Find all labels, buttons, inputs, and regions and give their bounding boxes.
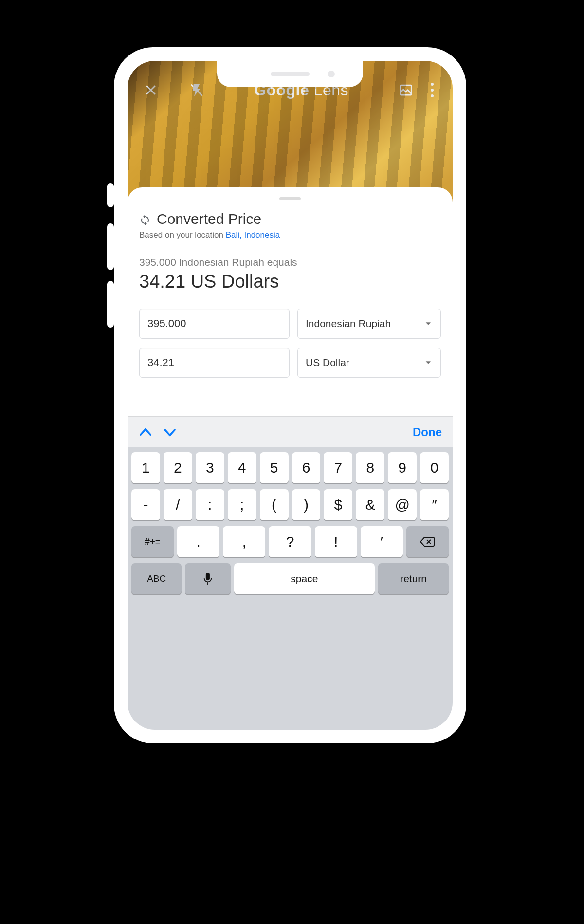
side-button-vol-down [107,281,114,328]
key-backspace[interactable] [406,526,449,557]
key-sym[interactable]: ″ [420,489,449,520]
key-0[interactable]: 0 [420,452,449,483]
svg-rect-1 [206,573,209,580]
key-8[interactable]: 8 [356,452,384,483]
subtitle-prefix: Based on your location [139,230,226,240]
keyboard-accessory: Done [128,416,453,447]
key-sym[interactable]: / [164,489,192,520]
key-sym[interactable]: - [131,489,160,520]
key-abc[interactable]: ABC [131,563,182,594]
key-sym[interactable]: & [356,489,384,520]
key-return[interactable]: return [378,563,449,594]
key-4[interactable]: 4 [228,452,256,483]
key-sym[interactable]: $ [324,489,352,520]
key-sym[interactable]: , [223,526,265,557]
next-field-icon[interactable] [163,425,177,440]
key-mic[interactable] [185,563,230,594]
key-sym[interactable]: : [196,489,224,520]
amount-to-input[interactable] [139,348,290,378]
card-subtitle: Based on your location Bali, Indonesia [139,230,441,240]
chevron-down-icon [424,319,433,328]
currency-to-select[interactable]: US Dollar [297,348,441,378]
phone-notch [217,61,363,87]
converted-amount-label: 34.21 US Dollars [139,271,441,292]
phone-frame: Google Lens Converted Price Based on you… [114,47,466,743]
card-title: Converted Price [157,211,261,227]
card-header: Converted Price [139,211,441,227]
flash-off-icon[interactable] [187,80,206,100]
done-button[interactable]: Done [413,425,442,439]
key-sym[interactable]: ? [269,526,311,557]
key-sym[interactable]: ( [260,489,289,520]
key-sym[interactable]: ; [228,489,256,520]
prev-field-icon[interactable] [138,425,153,440]
source-amount-label: 395.000 Indonesian Rupiah equals [139,257,441,268]
key-5[interactable]: 5 [260,452,289,483]
gallery-icon[interactable] [396,80,416,100]
key-sym[interactable]: . [177,526,219,557]
currency-from-label: Indonesian Rupiah [306,318,391,330]
key-shift-symbols[interactable]: #+= [131,526,174,557]
currency-from-select[interactable]: Indonesian Rupiah [297,309,441,339]
key-3[interactable]: 3 [196,452,224,483]
key-1[interactable]: 1 [131,452,160,483]
key-9[interactable]: 9 [388,452,417,483]
amount-from-input[interactable] [139,309,290,339]
location-link[interactable]: Bali, Indonesia [226,230,280,240]
key-2[interactable]: 2 [164,452,192,483]
key-7[interactable]: 7 [324,452,352,483]
key-sym[interactable]: ) [292,489,321,520]
screen: Google Lens Converted Price Based on you… [128,61,453,730]
key-space[interactable]: space [234,563,375,594]
chevron-down-icon [424,358,433,367]
key-sym[interactable]: @ [388,489,417,520]
side-button-mute [107,183,114,207]
results-card: Converted Price Based on your location B… [128,187,453,406]
close-icon[interactable] [141,80,161,100]
more-icon[interactable] [425,83,439,97]
key-6[interactable]: 6 [292,452,321,483]
drag-handle[interactable] [279,197,301,200]
key-sym[interactable]: ′ [361,526,403,557]
convert-icon [139,213,151,225]
key-sym[interactable]: ! [315,526,357,557]
currency-to-label: US Dollar [306,357,349,369]
side-button-vol-up [107,223,114,270]
keyboard: 1234567890 -/:;()$&@″ #+=.,?!′ ABCspacer… [128,447,453,730]
